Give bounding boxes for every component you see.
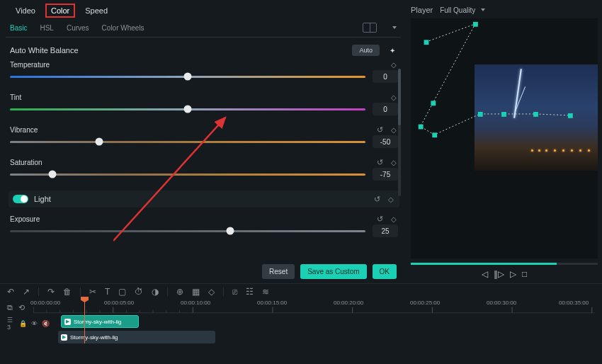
exposure-value[interactable]: 25: [373, 224, 398, 237]
prev-frame-icon[interactable]: ◁: [482, 269, 488, 279]
mute-icon[interactable]: 🔇: [42, 320, 50, 327]
ruler-mark: 00:00:30:00: [487, 300, 516, 306]
reset-icon[interactable]: [375, 158, 384, 166]
awb-label: Auto White Balance: [10, 46, 79, 55]
saturation-value[interactable]: -75: [373, 168, 398, 181]
color-props: Auto White Balance Auto Temperature 0 Ti…: [6, 38, 401, 260]
light-toggle[interactable]: [13, 195, 28, 203]
slider-thumb[interactable]: [95, 138, 103, 146]
vibrance-label: Vibrance: [10, 126, 65, 134]
pointer-icon[interactable]: ↗: [23, 287, 30, 297]
ok-button[interactable]: OK: [373, 264, 397, 279]
track-area[interactable]: Stormy-sky-with-lig Stormy-sky-with-lig: [58, 315, 595, 331]
group-icon[interactable]: ▦: [192, 287, 200, 297]
exposure-label: Exposure: [10, 215, 65, 223]
tint-value[interactable]: 0: [373, 103, 398, 115]
reset-button[interactable]: Reset: [262, 264, 295, 279]
temperature-value[interactable]: 0: [373, 70, 398, 83]
reset-icon[interactable]: [375, 125, 384, 134]
stop-icon[interactable]: □: [522, 269, 527, 279]
play-icon: [64, 319, 71, 325]
eye-icon[interactable]: 👁: [31, 320, 38, 327]
slider-thumb[interactable]: [227, 227, 234, 235]
subtab-curves[interactable]: Curves: [67, 24, 89, 32]
bezier-overlay[interactable]: [411, 18, 598, 233]
eyedropper-icon[interactable]: [390, 46, 398, 55]
color-icon[interactable]: ◑: [152, 287, 159, 297]
svg-rect-2: [473, 22, 478, 27]
svg-rect-7: [501, 112, 506, 117]
svg-rect-9: [568, 113, 573, 118]
render-icon[interactable]: ⎚: [232, 287, 237, 297]
tab-color[interactable]: Color: [45, 4, 75, 18]
svg-rect-4: [419, 125, 424, 130]
link-icon[interactable]: ⟲: [18, 303, 25, 312]
text-icon[interactable]: T: [105, 287, 110, 297]
reset-icon[interactable]: [373, 195, 381, 203]
save-custom-button[interactable]: Save as Custom: [300, 264, 366, 279]
temperature-label: Temperature: [10, 61, 65, 69]
tint-label: Tint: [10, 93, 65, 101]
vibrance-slider[interactable]: [10, 141, 365, 143]
keyframe-icon[interactable]: [390, 215, 398, 223]
audio-icon[interactable]: ☷: [246, 287, 254, 297]
tab-video[interactable]: Video: [16, 6, 35, 15]
keyframe2-icon[interactable]: ◇: [208, 287, 215, 297]
clip-2[interactable]: Stormy-sky-with-lig: [58, 331, 215, 343]
timeline-tools: ↶ ↗ ↷ 🗑 ✂ T ▢ ⏱ ◑ ⊕ ▦ ◇ ⎚ ☷ ≋: [0, 284, 602, 298]
reset-icon[interactable]: [375, 215, 384, 223]
mixer-icon[interactable]: ≋: [262, 287, 269, 297]
ruler-mark: 00:00:20:00: [334, 300, 363, 306]
tab-speed[interactable]: Speed: [85, 6, 108, 15]
slider-thumb[interactable]: [49, 171, 57, 178]
keyframe-icon[interactable]: [387, 195, 395, 203]
compare-icon[interactable]: [363, 23, 377, 33]
svg-rect-1: [424, 40, 429, 45]
playbar[interactable]: [411, 263, 598, 265]
tint-slider[interactable]: [10, 108, 365, 110]
saturation-slider[interactable]: [10, 174, 365, 176]
keyframe-icon[interactable]: [390, 60, 398, 69]
vibrance-value[interactable]: -50: [373, 135, 398, 148]
ruler-mark: 00:00:25:00: [410, 300, 440, 306]
crop-icon[interactable]: ▢: [118, 287, 126, 297]
exposure-slider[interactable]: [10, 230, 365, 232]
slider-thumb[interactable]: [184, 73, 192, 81]
auto-button[interactable]: Auto: [352, 45, 380, 56]
keyframe-icon[interactable]: [390, 125, 398, 134]
track-controls: ☰ 3🔒👁🔇: [7, 315, 50, 331]
lock-icon[interactable]: 🔒: [19, 320, 27, 327]
redo-icon[interactable]: ↷: [47, 287, 55, 297]
ruler-mark: 00:00:35:00: [559, 300, 589, 306]
subtab-basic[interactable]: Basic: [10, 24, 27, 32]
play-icon[interactable]: ▷: [510, 269, 516, 279]
scrollbar[interactable]: [398, 69, 401, 196]
ruler-mark: 00:00:05:00: [104, 300, 134, 306]
quality-dropdown[interactable]: Full Quality: [440, 6, 485, 14]
light-label: Light: [34, 195, 51, 203]
copy-icon[interactable]: ⧉: [7, 303, 13, 312]
delete-icon[interactable]: 🗑: [63, 287, 72, 297]
light-section: Light: [8, 190, 399, 207]
keyframe-icon[interactable]: [390, 93, 398, 101]
preview-viewport[interactable]: [411, 18, 598, 258]
subtab-wheels[interactable]: Color Wheels: [102, 24, 144, 32]
temperature-slider[interactable]: [10, 76, 365, 78]
undo-icon[interactable]: ↶: [7, 287, 14, 297]
timeline-ruler[interactable]: 00:00:00:00 00:00:05:00 00:00:10:00 00:0…: [33, 300, 595, 315]
player-label: Player: [411, 6, 433, 14]
ruler-mark: 00:00:15:00: [257, 300, 287, 306]
clip-1[interactable]: Stormy-sky-with-lig: [61, 315, 139, 328]
marker-icon[interactable]: ⊕: [176, 287, 183, 297]
top-tabs: Video Color Speed: [6, 1, 401, 17]
compare-dropdown-icon[interactable]: [392, 26, 397, 29]
keyframe-icon[interactable]: [390, 158, 398, 166]
step-back-icon[interactable]: ‖▷: [494, 269, 504, 279]
playhead[interactable]: [84, 300, 85, 343]
svg-rect-6: [478, 112, 483, 117]
speed-icon[interactable]: ⏱: [135, 287, 143, 297]
subtab-hsl[interactable]: HSL: [40, 24, 53, 32]
cut-icon[interactable]: ✂: [89, 287, 96, 297]
slider-thumb[interactable]: [184, 106, 192, 113]
track-menu-icon[interactable]: ☰ 3: [7, 317, 15, 331]
